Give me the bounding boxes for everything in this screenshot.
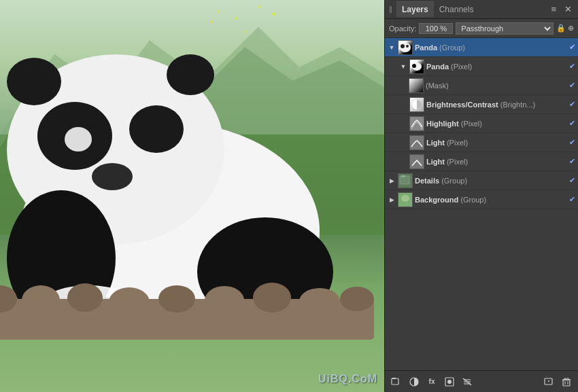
layer-visibility-check[interactable]: ✔ bbox=[569, 119, 575, 128]
svg-rect-38 bbox=[392, 378, 398, 385]
layer-item[interactable]: Highlight (Pixel) ✔ bbox=[385, 114, 578, 133]
layer-item[interactable]: Light (Pixel) ✔ bbox=[385, 133, 578, 152]
svg-point-10 bbox=[167, 54, 214, 95]
layer-visibility-check[interactable]: ✔ bbox=[569, 157, 575, 166]
opacity-input[interactable] bbox=[419, 23, 453, 34]
layer-thumb bbox=[409, 78, 424, 93]
layer-visibility-check[interactable]: ✔ bbox=[569, 81, 575, 90]
svg-point-8 bbox=[92, 163, 133, 190]
svg-point-17 bbox=[22, 285, 60, 315]
svg-rect-33 bbox=[410, 155, 424, 168]
layer-item[interactable]: Brightness/Contrast (Brightn...) ✔ bbox=[385, 95, 578, 114]
watermark: UiBQ.CoM bbox=[318, 373, 377, 385]
layers-panel: ‖ Layers Channels ≡ ✕ Opacity: Passthrou… bbox=[384, 0, 578, 392]
layer-item[interactable]: ▶ Background (Group) ✔ bbox=[385, 190, 578, 209]
new-group-button[interactable] bbox=[389, 374, 404, 389]
svg-point-22 bbox=[253, 283, 291, 313]
layer-thumb bbox=[398, 40, 413, 55]
svg-point-26 bbox=[401, 44, 405, 48]
svg-point-24 bbox=[340, 287, 374, 311]
svg-point-27 bbox=[406, 45, 409, 48]
layer-name: Background (Group) bbox=[415, 196, 567, 204]
svg-point-37 bbox=[401, 195, 409, 202]
panel-close-button[interactable]: ✕ bbox=[562, 3, 574, 16]
layer-expand-panda-pixel[interactable]: ▼ bbox=[399, 63, 407, 71]
layer-name: Panda (Pixel) bbox=[426, 63, 567, 71]
svg-rect-50 bbox=[563, 380, 570, 386]
layer-name: Brightness/Contrast (Brightn...) bbox=[426, 101, 567, 109]
blend-mode-select[interactable]: Passthrough Normal Multiply Screen bbox=[456, 22, 554, 35]
svg-rect-39 bbox=[392, 378, 396, 379]
panel-tabs: ‖ Layers Channels ≡ ✕ bbox=[385, 0, 578, 19]
svg-rect-35 bbox=[401, 175, 405, 177]
layer-thumb bbox=[409, 135, 424, 150]
layer-visibility-check[interactable]: ✔ bbox=[569, 195, 575, 204]
layer-name: Light (Pixel) bbox=[426, 158, 567, 166]
svg-point-19 bbox=[109, 287, 150, 317]
svg-point-9 bbox=[7, 58, 61, 105]
layer-item[interactable]: ▶ Details (Group) ✔ bbox=[385, 171, 578, 190]
lock-pixels-button[interactable]: ⊕ bbox=[568, 24, 574, 33]
layer-expand-background[interactable]: ▶ bbox=[388, 196, 396, 204]
layer-expand-details[interactable]: ▶ bbox=[388, 177, 396, 185]
layer-item[interactable]: ▼ Panda (Group) ✔ bbox=[385, 38, 578, 57]
svg-point-6 bbox=[129, 105, 184, 153]
fx-label: fx bbox=[429, 378, 435, 385]
layer-name: Light (Pixel) bbox=[426, 139, 567, 147]
layer-visibility-check[interactable]: ✔ bbox=[569, 138, 575, 147]
tab-layers[interactable]: Layers bbox=[396, 1, 434, 17]
layer-name: (Mask) bbox=[426, 82, 567, 90]
svg-point-21 bbox=[205, 286, 244, 315]
svg-rect-32 bbox=[410, 136, 424, 149]
svg-rect-52 bbox=[564, 378, 568, 380]
lock-transparency-button[interactable]: 🔒 bbox=[556, 24, 566, 33]
svg-point-23 bbox=[299, 288, 340, 315]
layer-visibility-check[interactable]: ✔ bbox=[569, 62, 575, 71]
opacity-label: Opacity: bbox=[389, 24, 416, 33]
panel-menu-button[interactable]: ≡ bbox=[549, 3, 558, 16]
svg-point-42 bbox=[447, 380, 452, 384]
layer-name: Highlight (Pixel) bbox=[426, 120, 567, 128]
svg-point-20 bbox=[158, 285, 195, 313]
layer-thumb bbox=[409, 116, 424, 131]
layers-list: ▼ Panda (Group) ✔ ▼ bbox=[385, 38, 578, 370]
layer-name: Panda (Group) bbox=[415, 43, 567, 52]
layer-expand-panda-group[interactable]: ▼ bbox=[388, 43, 396, 52]
layer-item[interactable]: ▼ Panda (Pixel) ✔ bbox=[385, 57, 578, 76]
new-layer-button[interactable] bbox=[541, 374, 556, 389]
layer-item[interactable]: Light (Pixel) ✔ bbox=[385, 152, 578, 171]
layer-visibility-check[interactable]: ✔ bbox=[569, 100, 575, 109]
layer-item[interactable]: (Mask) ✔ bbox=[385, 76, 578, 95]
layer-thumb bbox=[409, 154, 424, 169]
layer-thumb bbox=[409, 59, 424, 74]
tab-channels[interactable]: Channels bbox=[434, 2, 479, 17]
new-adjustment-button[interactable] bbox=[407, 374, 422, 389]
opacity-row: Opacity: Passthrough Normal Multiply Scr… bbox=[385, 19, 578, 38]
strikethrough-button[interactable] bbox=[460, 374, 475, 389]
layer-name: Details (Group) bbox=[415, 177, 567, 185]
svg-point-29 bbox=[412, 64, 416, 68]
delete-layer-button[interactable] bbox=[559, 374, 574, 389]
svg-point-7 bbox=[65, 127, 92, 152]
layer-thumb bbox=[398, 192, 413, 207]
fx-button[interactable]: fx bbox=[424, 374, 439, 389]
lock-icons: 🔒 ⊕ bbox=[556, 24, 574, 33]
svg-point-18 bbox=[67, 283, 103, 312]
panel-menu-icons: ≡ ✕ bbox=[549, 3, 574, 16]
panel-drag-handle: ‖ bbox=[389, 5, 392, 13]
layers-toolbar: fx bbox=[385, 370, 578, 392]
canvas: UiBQ.CoM bbox=[0, 0, 384, 392]
layer-thumb bbox=[409, 97, 424, 112]
layer-visibility-check[interactable]: ✔ bbox=[569, 176, 575, 185]
layer-thumb bbox=[398, 173, 413, 188]
add-mask-button[interactable] bbox=[442, 374, 457, 389]
layer-visibility-check[interactable]: ✔ bbox=[569, 43, 575, 52]
